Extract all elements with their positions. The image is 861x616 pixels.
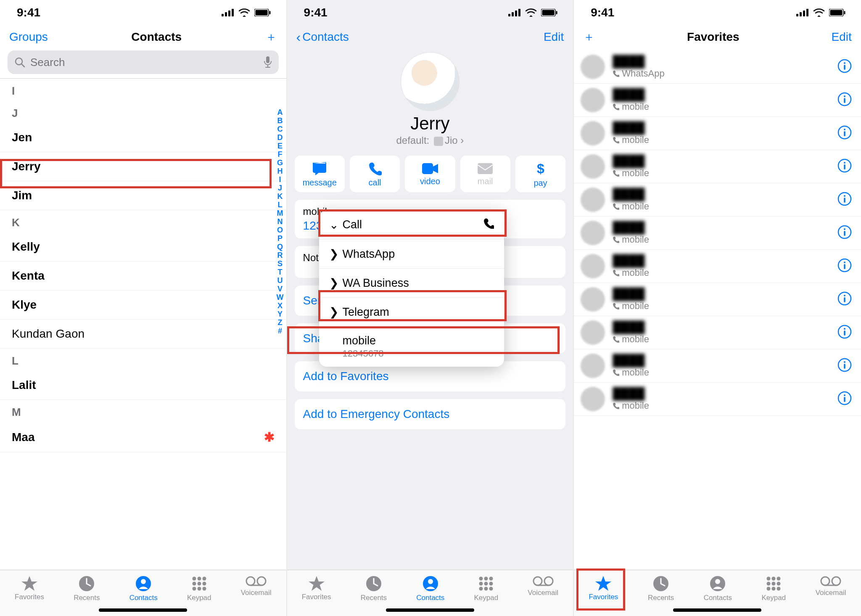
index-letter[interactable]: J <box>278 184 282 192</box>
index-letter[interactable]: T <box>278 268 283 276</box>
index-letter[interactable]: # <box>278 327 282 335</box>
tab-recents[interactable]: Recents <box>74 575 100 602</box>
contact-row[interactable]: Kenta <box>0 262 286 291</box>
info-button[interactable] <box>837 325 852 341</box>
index-letter[interactable]: P <box>277 234 283 243</box>
favorite-row[interactable]: ████ mobile <box>574 117 861 150</box>
tab-favorites[interactable]: Favorites <box>589 575 618 601</box>
favorites-list[interactable]: ████ WhatsApp ████ mobile ████ m <box>574 50 861 570</box>
popup-app-row[interactable]: ❯WA Business <box>319 269 504 298</box>
favorite-row[interactable]: ████ mobile <box>574 283 861 316</box>
tab-voicemail[interactable]: Voicemail <box>816 575 846 597</box>
home-indicator[interactable] <box>673 608 761 612</box>
contact-row[interactable]: Lalit <box>0 371 286 400</box>
action-message[interactable]: message <box>295 156 345 192</box>
popup-mobile-row[interactable]: mobile 12345678 <box>319 327 504 367</box>
index-letter[interactable]: S <box>277 259 283 268</box>
index-letter[interactable]: D <box>277 133 283 142</box>
tab-voicemail[interactable]: Voicemail <box>528 575 558 597</box>
tab-recents[interactable]: Recents <box>648 575 674 602</box>
info-button[interactable] <box>837 59 852 75</box>
index-letter[interactable]: M <box>277 209 283 217</box>
popup-call-header[interactable]: ⌄ Call <box>319 210 504 240</box>
tab-favorites[interactable]: Favorites <box>15 575 44 601</box>
favorite-row[interactable]: ████ mobile <box>574 217 861 250</box>
search-field[interactable] <box>8 50 279 74</box>
contacts-list[interactable]: IJ Jen Jerry Jim K Kelly Kenta <box>0 78 286 570</box>
favorite-row[interactable]: ████ mobile <box>574 316 861 349</box>
tab-keypad[interactable]: Keypad <box>187 575 211 602</box>
favorite-row[interactable]: ████ WhatsApp <box>574 50 861 84</box>
index-letter[interactable]: A <box>277 108 283 116</box>
dictation-icon[interactable] <box>264 56 272 68</box>
tab-favorites[interactable]: Favorites <box>302 575 331 601</box>
info-button[interactable] <box>837 159 852 174</box>
tab-contacts[interactable]: Contacts <box>129 575 158 602</box>
search-input[interactable] <box>29 56 259 69</box>
index-letter[interactable]: Y <box>277 310 283 318</box>
popup-app-row[interactable]: ❯WhatsApp <box>319 240 504 269</box>
index-letter[interactable]: X <box>277 301 283 310</box>
index-letter[interactable]: O <box>277 226 283 234</box>
alpha-index[interactable]: ABCDEFGHIJKLMNOPQRSTUVWXYZ# <box>277 108 284 335</box>
index-letter[interactable]: H <box>277 167 283 175</box>
info-button[interactable] <box>837 92 852 108</box>
index-letter[interactable]: Q <box>277 243 283 251</box>
tab-keypad[interactable]: Keypad <box>474 575 498 602</box>
contact-row[interactable]: Jerry <box>0 152 286 181</box>
info-button[interactable] <box>837 125 852 141</box>
action-call[interactable]: call <box>350 156 400 192</box>
info-button[interactable] <box>837 258 852 274</box>
favorite-row[interactable]: ████ mobile <box>574 349 861 383</box>
favorite-row[interactable]: ████ mobile <box>574 250 861 283</box>
action-video[interactable]: video <box>405 156 455 192</box>
index-letter[interactable]: F <box>278 150 283 159</box>
info-button[interactable] <box>837 192 852 208</box>
back-button[interactable]: ‹ Contacts <box>296 29 349 45</box>
contact-avatar[interactable] <box>401 52 460 111</box>
tab-voicemail[interactable]: Voicemail <box>241 575 272 597</box>
home-indicator[interactable] <box>386 608 474 612</box>
info-button[interactable] <box>837 391 852 407</box>
contact-row[interactable]: Klye <box>0 291 286 320</box>
index-letter[interactable]: R <box>277 251 283 259</box>
index-letter[interactable]: I <box>279 175 281 184</box>
index-letter[interactable]: W <box>277 293 284 301</box>
add-to-emergency-link[interactable]: Add to Emergency Contacts <box>295 399 566 429</box>
add-favorite-button[interactable]: ＋ <box>583 33 595 41</box>
action-pay[interactable]: $ pay <box>515 156 565 192</box>
index-letter[interactable]: Z <box>278 318 283 327</box>
tab-keypad[interactable]: Keypad <box>761 575 786 602</box>
favorite-row[interactable]: ████ mobile <box>574 383 861 416</box>
tab-contacts[interactable]: Contacts <box>704 575 732 602</box>
contact-row[interactable]: Jim <box>0 181 286 210</box>
contact-row[interactable]: Kundan Gaon <box>0 320 286 349</box>
favorite-row[interactable]: ████ mobile <box>574 84 861 117</box>
contact-row[interactable]: Kelly <box>0 233 286 262</box>
edit-button[interactable]: Edit <box>832 30 852 44</box>
info-button[interactable] <box>837 225 852 241</box>
index-letter[interactable]: U <box>277 276 283 285</box>
index-letter[interactable]: G <box>277 159 283 167</box>
tab-contacts[interactable]: Contacts <box>416 575 444 602</box>
favorite-row[interactable]: ████ mobile <box>574 150 861 183</box>
groups-button[interactable]: Groups <box>9 30 48 44</box>
popup-app-row[interactable]: ❯Telegram <box>319 298 504 327</box>
index-letter[interactable]: B <box>277 116 283 125</box>
contact-default-sim[interactable]: default: Jio › <box>295 135 566 146</box>
index-letter[interactable]: V <box>277 285 283 293</box>
index-letter[interactable]: K <box>277 192 283 201</box>
contact-row[interactable]: Maa ✱ <box>0 422 286 452</box>
contact-row[interactable]: Jen <box>0 123 286 152</box>
info-button[interactable] <box>837 358 852 374</box>
edit-button[interactable]: Edit <box>544 30 564 44</box>
index-letter[interactable]: L <box>278 201 283 209</box>
index-letter[interactable]: C <box>277 125 283 133</box>
favorite-row[interactable]: ████ mobile <box>574 183 861 217</box>
info-button[interactable] <box>837 291 852 307</box>
index-letter[interactable]: E <box>277 142 283 150</box>
add-contact-button[interactable]: ＋ <box>265 33 277 41</box>
home-indicator[interactable] <box>99 608 187 612</box>
index-letter[interactable]: N <box>277 217 283 226</box>
tab-recents[interactable]: Recents <box>361 575 387 602</box>
